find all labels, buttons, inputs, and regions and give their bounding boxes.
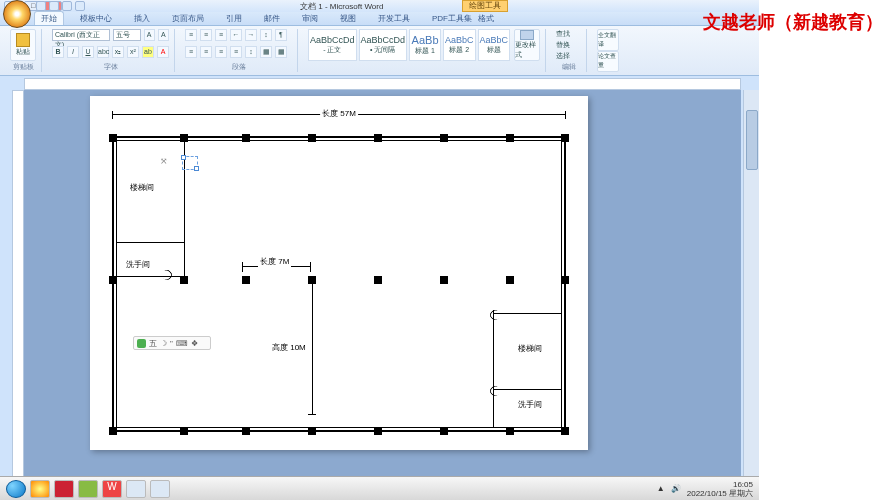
qat-redo-icon[interactable] — [62, 1, 72, 11]
vertical-ruler[interactable] — [12, 90, 24, 482]
style-nospacing[interactable]: AaBbCcDd• 无间隔 — [359, 29, 408, 61]
paste-button[interactable]: 粘贴 — [10, 29, 36, 61]
numbering-button[interactable]: ≡ — [200, 29, 212, 41]
translate-button[interactable]: 全文翻译 — [597, 29, 619, 51]
line-spacing-button[interactable]: ↕ — [245, 46, 257, 58]
replace-button[interactable]: 替换 — [556, 40, 581, 50]
wall — [493, 310, 494, 428]
align-right-button[interactable]: ≡ — [215, 46, 227, 58]
taskbar-app-icon[interactable] — [30, 480, 50, 498]
clock-date[interactable]: 2022/10/15 星期六 — [687, 489, 753, 498]
office-orb[interactable] — [3, 0, 31, 28]
qat-undo-icon[interactable] — [49, 1, 59, 11]
group-font: Calibri (西文正文) 五号 A A B I U abc x₂ x² ab… — [47, 29, 175, 72]
ime-moon-icon[interactable]: ☽ — [160, 339, 167, 348]
document-canvas[interactable]: 长度 57M 楼梯间 洗手间 ⤧ — [24, 90, 741, 482]
qat-save-icon[interactable] — [36, 1, 46, 11]
column — [440, 427, 448, 435]
strike-button[interactable]: abc — [97, 46, 109, 58]
column — [242, 276, 250, 284]
style-title[interactable]: AaBbC标题 — [478, 29, 511, 61]
dim-end — [310, 262, 311, 272]
style-heading2[interactable]: AaBbC标题 2 — [443, 29, 476, 61]
ime-settings-icon[interactable]: ❖ — [191, 339, 198, 348]
tab-review[interactable]: 审阅 — [296, 12, 324, 25]
tab-home[interactable]: 开始 — [34, 11, 64, 25]
wall — [112, 136, 114, 432]
subscript-button[interactable]: x₂ — [112, 46, 124, 58]
scroll-thumb[interactable] — [746, 110, 758, 170]
taskbar-word-icon[interactable] — [126, 480, 146, 498]
shading-button[interactable]: ▦ — [260, 46, 272, 58]
style-preview: AaBbC — [480, 35, 509, 45]
column — [440, 134, 448, 142]
dim-line-height — [312, 282, 313, 414]
font-family-select[interactable]: Calibri (西文正文) — [52, 29, 110, 41]
ime-punct-icon[interactable]: " — [170, 339, 173, 348]
tab-mail[interactable]: 邮件 — [258, 12, 286, 25]
italic-button[interactable]: I — [67, 46, 79, 58]
bold-button[interactable]: B — [52, 46, 64, 58]
change-styles-label: 更改样式 — [515, 40, 539, 60]
tab-page-layout[interactable]: 页面布局 — [166, 12, 210, 25]
vertical-scrollbar[interactable] — [743, 90, 759, 482]
tab-format[interactable]: 格式 — [472, 12, 500, 25]
style-normal[interactable]: AaBbCcDd- 正文 — [308, 29, 357, 61]
indent-inc-button[interactable]: → — [245, 29, 257, 41]
group-clipboard: 粘贴 剪贴板 — [5, 29, 42, 72]
underline-button[interactable]: U — [82, 46, 94, 58]
taskbar-app-icon[interactable] — [150, 480, 170, 498]
selected-shape[interactable] — [182, 156, 198, 170]
sort-button[interactable]: ↕ — [260, 29, 272, 41]
select-button[interactable]: 选择 — [556, 51, 581, 61]
change-styles-button[interactable]: 更改样式 — [514, 29, 540, 61]
taskbar-app-icon[interactable] — [54, 480, 74, 498]
column — [109, 134, 117, 142]
borders-button[interactable]: ▦ — [275, 46, 287, 58]
grow-font-button[interactable]: A — [144, 29, 155, 41]
ime-mode-label[interactable]: 五 — [149, 338, 157, 349]
highlight-button[interactable]: ab — [142, 46, 154, 58]
tray-icon[interactable]: ▲ — [657, 484, 665, 493]
show-marks-button[interactable]: ¶ — [275, 29, 287, 41]
font-color-button[interactable]: A — [157, 46, 169, 58]
font-size-select[interactable]: 五号 — [113, 29, 141, 41]
start-button[interactable] — [6, 480, 26, 498]
multilevel-button[interactable]: ≡ — [215, 29, 227, 41]
tab-pdf-tools[interactable]: PDF工具集 — [426, 12, 478, 25]
horizontal-ruler[interactable] — [24, 78, 741, 90]
dim-label-top: 长度 57M — [320, 108, 358, 119]
style-label: - 正文 — [323, 45, 341, 55]
wall — [494, 313, 562, 314]
justify-button[interactable]: ≡ — [230, 46, 242, 58]
taskbar-wps-icon[interactable]: W — [102, 480, 122, 498]
align-center-button[interactable]: ≡ — [200, 46, 212, 58]
taskbar-app-icon[interactable] — [78, 480, 98, 498]
superscript-button[interactable]: x² — [127, 46, 139, 58]
ime-keyboard-icon[interactable]: ⌨ — [176, 339, 188, 348]
dim-end — [308, 414, 316, 415]
tab-view[interactable]: 视图 — [334, 12, 362, 25]
ime-toolbar[interactable]: 五 ☽ " ⌨ ❖ — [133, 336, 211, 350]
tab-references[interactable]: 引用 — [220, 12, 248, 25]
indent-dec-button[interactable]: ← — [230, 29, 242, 41]
column — [506, 134, 514, 142]
find-button[interactable]: 查找 — [556, 29, 581, 39]
papercheck-button[interactable]: 论文查重 — [597, 51, 619, 73]
taskbar: W ▲ 🔊 16:05 2022/10/15 星期六 — [0, 476, 759, 500]
style-heading1[interactable]: AaBb标题 1 — [409, 29, 441, 61]
room-label-wash-br: 洗手间 — [518, 399, 542, 410]
ribbon-tabs: 开始 模板中心 插入 页面布局 引用 邮件 审阅 视图 开发工具 PDF工具集 … — [0, 12, 759, 26]
room-label-stair-br: 楼梯间 — [518, 343, 542, 354]
shrink-font-button[interactable]: A — [158, 29, 169, 41]
tab-insert[interactable]: 插入 — [128, 12, 156, 25]
door-arc-icon — [488, 384, 502, 398]
tab-templates[interactable]: 模板中心 — [74, 12, 118, 25]
drawing-tools-context-tab[interactable]: 绘图工具 — [462, 0, 508, 12]
clock-time[interactable]: 16:05 — [687, 480, 753, 489]
tray-icon[interactable]: 🔊 — [671, 484, 681, 493]
tab-developer[interactable]: 开发工具 — [372, 12, 416, 25]
bullets-button[interactable]: ≡ — [185, 29, 197, 41]
align-left-button[interactable]: ≡ — [185, 46, 197, 58]
qat-print-icon[interactable] — [75, 1, 85, 11]
